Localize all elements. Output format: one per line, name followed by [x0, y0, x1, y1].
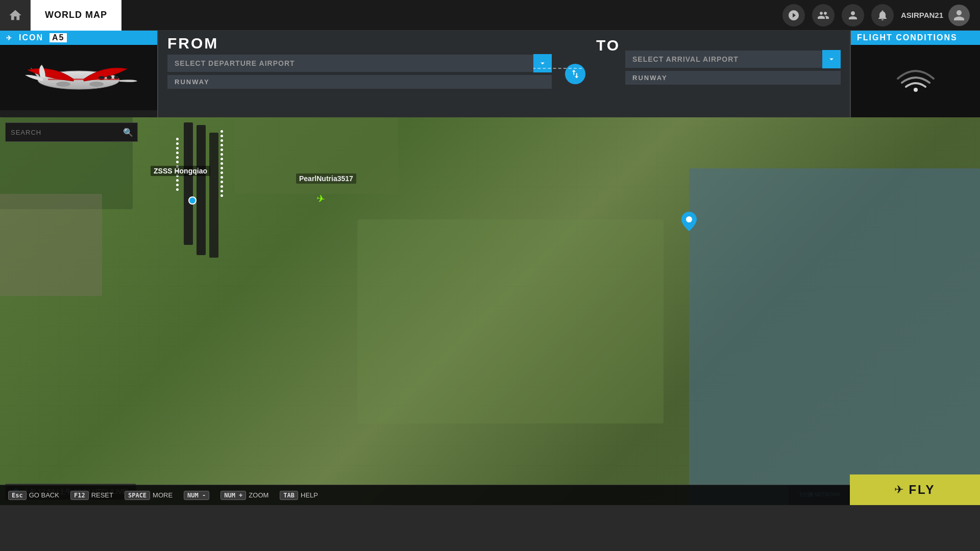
departure-placeholder: SELECT DEPARTURE AIRPORT [175, 59, 295, 67]
aircraft-panel: ✈ ICON A5 [0, 31, 158, 117]
player-label: PearlNutria3517 [296, 173, 356, 184]
to-label: TO [596, 37, 620, 54]
more-hint: SPACE MORE [125, 491, 173, 500]
swap-airports-button[interactable] [561, 31, 590, 117]
panel-row: ✈ ICON A5 [0, 31, 980, 117]
worldmap-tab[interactable]: WORLD MAP [31, 0, 121, 31]
map-area[interactable]: ZSSS Hongqiao PearlNutria3517 ✈ 🔍 上午 12:… [0, 117, 980, 505]
airport-marker[interactable] [188, 196, 197, 205]
runway-dots-1 [176, 138, 179, 191]
go-back-hint: Esc GO BACK [8, 491, 59, 500]
map-destination-pin[interactable] [681, 212, 697, 235]
search-bar: 🔍 [5, 122, 138, 142]
esc-key: Esc [8, 491, 27, 500]
topbar: WORLD MAP ASIRPAN21 [0, 0, 980, 31]
reset-hint: F12 RESET [70, 491, 113, 500]
fly-button-label: FLY [909, 483, 935, 497]
swap-icon-circle [565, 64, 585, 84]
keyboard-hints-bar: Esc GO BACK F12 RESET SPACE MORE NUM - N… [0, 485, 850, 505]
runway-dots-2 [220, 130, 223, 197]
aircraft-label: ✈ ICON A5 [0, 31, 157, 45]
runway-2 [197, 125, 206, 255]
svg-point-7 [686, 216, 692, 222]
f12-key: F12 [70, 491, 89, 500]
from-label: FROM [167, 35, 218, 52]
to-section: TO SELECT ARRIVAL AIRPORT RUNWAY [590, 31, 850, 117]
help-label: HELP [301, 491, 318, 499]
aircraft-illustration [12, 49, 145, 106]
arrival-dropdown-arrow[interactable] [822, 50, 841, 68]
tab-key: TAB [280, 491, 298, 500]
search-input[interactable] [6, 129, 123, 136]
aircraft-image-area[interactable] [0, 45, 157, 110]
num-plus-key: NUM + [220, 491, 246, 500]
terrain-patch [689, 168, 980, 505]
help-hint: TAB HELP [280, 491, 318, 500]
worldmap-label: WORLD MAP [45, 10, 107, 20]
svg-point-5 [89, 82, 104, 87]
arrival-airport-row: SELECT ARRIVAL AIRPORT [625, 50, 841, 68]
from-header: FROM [158, 31, 561, 54]
to-label-box: TO [590, 31, 625, 117]
user-avatar[interactable] [948, 5, 970, 26]
aircraft-model: A5 [50, 33, 67, 42]
arrival-placeholder: SELECT ARRIVAL AIRPORT [632, 55, 739, 63]
from-panel: FROM ✈ SELECT DEPARTURE AIRPORT RUNWAY [158, 31, 561, 117]
departure-airport-row: SELECT DEPARTURE AIRPORT [167, 54, 552, 72]
aircraft-icon-text: ✈ [6, 34, 13, 42]
zoom-minus-hint: NUM - [184, 491, 209, 500]
flight-conditions-content[interactable] [851, 45, 980, 117]
arrival-runway-field: RUNWAY [625, 71, 841, 85]
home-button[interactable] [0, 0, 31, 31]
terrain-patch [0, 194, 102, 296]
svg-point-6 [914, 88, 918, 92]
departure-runway-field: RUNWAY [167, 75, 552, 89]
flight-conditions-panel: FLIGHT CONDITIONS [850, 31, 980, 117]
airport-label: ZSSS Hongqiao [151, 166, 210, 176]
num-minus-key: NUM - [184, 491, 209, 500]
user-section: ASIRPAN21 [901, 5, 970, 26]
username-label: ASIRPAN21 [901, 11, 943, 19]
search-icon[interactable]: 🔍 [123, 128, 137, 137]
reset-label: RESET [91, 491, 113, 499]
runway-3 [209, 133, 218, 258]
more-label: MORE [153, 491, 173, 499]
zoom-label: ZOOM [249, 491, 268, 499]
friends-icon-button[interactable] [812, 4, 835, 27]
weather-live-icon [895, 63, 936, 99]
terrain-patch [357, 219, 664, 423]
departure-dropdown-arrow[interactable] [533, 54, 552, 72]
svg-point-4 [56, 82, 70, 87]
flight-conditions-header: FLIGHT CONDITIONS [851, 31, 980, 45]
profile-icon-button[interactable] [842, 4, 864, 27]
topbar-icons: ASIRPAN21 [782, 4, 980, 27]
runway-1 [184, 122, 193, 245]
space-key: SPACE [125, 491, 150, 500]
zoom-plus-hint: NUM + ZOOM [220, 491, 268, 500]
arrival-airport-select[interactable]: SELECT ARRIVAL AIRPORT [625, 51, 822, 68]
fly-plane-icon: ✈ [894, 483, 903, 496]
achievements-icon-button[interactable] [782, 4, 805, 27]
aircraft-brand: ICON [19, 33, 43, 42]
departure-airport-select[interactable]: SELECT DEPARTURE AIRPORT [167, 55, 533, 72]
to-panel: SELECT ARRIVAL AIRPORT RUNWAY [625, 31, 850, 117]
fly-button[interactable]: ✈ FLY [850, 474, 980, 505]
go-back-label: GO BACK [29, 491, 59, 499]
notifications-icon-button[interactable] [871, 4, 894, 27]
from-inputs: SELECT DEPARTURE AIRPORT RUNWAY [158, 54, 561, 94]
